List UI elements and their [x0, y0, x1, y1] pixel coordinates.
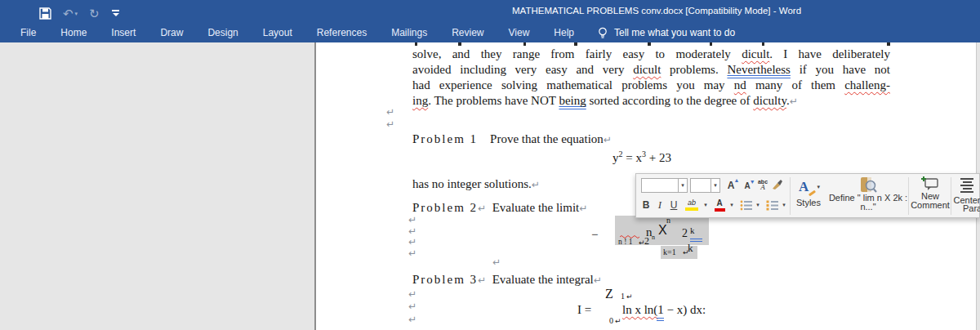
text-highlight-button[interactable]: ab	[684, 197, 700, 213]
bullets-button[interactable]	[738, 198, 753, 212]
problem1-equation: y2 = x3 + 23	[612, 150, 671, 166]
text-segment: Evaluate the integral	[486, 273, 594, 286]
text-segment: . I have deliberately	[769, 47, 890, 60]
numbering-icon	[766, 200, 778, 211]
italic-button[interactable]: I	[655, 198, 665, 212]
change-case-button[interactable]: abc A	[755, 176, 770, 193]
tab-help[interactable]: Help	[541, 25, 586, 40]
titlebar: ↶ ▾ ↻ MATHEMATICAL PROBLEMS conv.docx [C…	[0, 0, 980, 42]
format-painter-icon	[771, 179, 783, 190]
bullets-icon	[740, 200, 752, 211]
underline-button[interactable]: U	[667, 198, 680, 212]
para-label: Para	[963, 204, 980, 213]
styles-label: Styles	[793, 198, 824, 207]
font-color-caret[interactable]: ▾	[728, 198, 736, 212]
tab-draw[interactable]: Draw	[148, 25, 195, 40]
problem1-heading: Problem 1 Prove that the equation↵	[412, 132, 612, 148]
text-highlight-caret[interactable]: ▾	[702, 198, 710, 212]
paragraph-mark: ↵	[408, 225, 416, 237]
formula2-x: X	[658, 223, 667, 238]
paragraph-mark: ↵	[386, 118, 394, 130]
redo-icon: ↻	[89, 7, 100, 20]
formula3-lhs: I =	[577, 303, 591, 317]
text-segment: nd	[734, 78, 746, 91]
paragraph-mark: ↵	[478, 203, 486, 214]
text-segment: ln x ln(	[622, 303, 657, 316]
new-comment-button[interactable]: New Comment	[911, 175, 949, 217]
new-comment-icon	[921, 176, 939, 192]
formula2-minus: −	[591, 228, 598, 242]
text-segment: avoided including very easy and very	[412, 63, 633, 76]
paragraph-mark: ↵	[386, 106, 394, 118]
paragraph-line: avoided including very easy and very dic…	[412, 62, 890, 78]
grammar-mark	[657, 318, 664, 321]
redo-button[interactable]: ↻	[89, 7, 100, 20]
define-icon	[859, 176, 877, 194]
formula3-integrand: ln x ln(1 − x) dx:	[622, 303, 706, 317]
chevron-down-icon: ▾	[704, 202, 707, 208]
tab-view[interactable]: View	[497, 25, 542, 40]
tab-insert[interactable]: Insert	[99, 25, 148, 40]
center-align-icon	[960, 178, 973, 193]
paragraph-mark: ↵	[615, 317, 621, 325]
bullets-caret[interactable]: ▾	[754, 198, 762, 212]
tab-file[interactable]: File	[8, 25, 48, 40]
new-comment-label-line2: Comment	[911, 201, 950, 210]
grow-font-icon: A▲	[728, 180, 735, 191]
text-segment: being	[559, 94, 586, 107]
styles-icon: A	[799, 179, 808, 195]
formula3-upper-limit: 1	[621, 292, 625, 301]
save-button[interactable]	[39, 7, 51, 20]
styles-button[interactable]: A ▾	[794, 176, 825, 198]
paragraph-line: solve, and they range from fairly easy t…	[412, 47, 890, 62]
qat-customize-icon	[111, 10, 120, 17]
tell-me-label: Tell me what you want to do	[614, 27, 735, 38]
font-color-button[interactable]: A	[712, 197, 727, 213]
qat-customize-button[interactable]	[111, 10, 120, 17]
tab-home[interactable]: Home	[48, 25, 99, 40]
text-segment: Evaluate the limit	[486, 201, 579, 214]
quick-access-toolbar: ↶ ▾ ↻	[39, 3, 120, 23]
spelling-squiggle	[620, 234, 639, 239]
text-segment: diculty	[753, 94, 786, 107]
text-segment: challeng-	[844, 78, 890, 91]
font-name-select[interactable]: ▾	[641, 178, 688, 193]
paragraph-mark: ↵	[790, 96, 798, 107]
tab-references[interactable]: References	[305, 25, 379, 40]
shrink-font-button[interactable]: A▼	[740, 178, 755, 193]
chevron-down-icon: ▾	[710, 179, 719, 192]
tab-layout[interactable]: Layout	[251, 25, 305, 40]
text-segment: Problem 1	[412, 132, 478, 145]
grow-font-button[interactable]: A▲	[724, 178, 738, 193]
paragraph-mark: ↵	[683, 248, 689, 256]
numbering-button[interactable]	[764, 198, 779, 212]
text-segment	[478, 132, 490, 145]
chevron-down-icon: ▾	[730, 202, 733, 208]
define-button[interactable]: Define " lim n X 2k : n..."	[830, 175, 906, 217]
chevron-down-icon: ▾	[817, 184, 820, 190]
tab-review[interactable]: Review	[439, 25, 496, 40]
problem3-heading: Problem 3↵ Evaluate the integral↵	[412, 272, 602, 288]
tell-me-button[interactable]: Tell me what you want to do	[598, 27, 735, 39]
toolbar-divider	[908, 177, 909, 215]
undo-icon: ↶	[63, 7, 74, 20]
ribbon-tabs: File Home Insert Draw Design Layout Refe…	[8, 25, 735, 41]
format-painter-button[interactable]	[769, 177, 784, 192]
problem1-tail: has no integer solutions.↵	[412, 176, 540, 193]
bold-button[interactable]: B	[639, 198, 653, 212]
undo-button[interactable]: ↶ ▾	[63, 7, 78, 20]
formula2-k-eq: k=1	[663, 247, 676, 256]
tab-design[interactable]: Design	[195, 25, 250, 40]
formula2-two: 2	[682, 227, 688, 240]
font-size-select[interactable]: ▾	[690, 178, 720, 193]
formula2-two-n-sup: n	[652, 234, 655, 241]
text-segment: y	[612, 151, 619, 164]
paragraph-mark: ↵	[408, 314, 416, 325]
tab-mailings[interactable]: Mailings	[379, 25, 439, 40]
text-segment: = x	[623, 151, 642, 164]
formula2-lim: n ! 1	[618, 238, 632, 246]
paragraph-mark: ↵	[579, 203, 587, 214]
text-segment: 1 − x) dx:	[657, 303, 706, 316]
numbering-caret[interactable]: ▾	[780, 198, 788, 212]
text-segment: ing	[412, 94, 428, 107]
